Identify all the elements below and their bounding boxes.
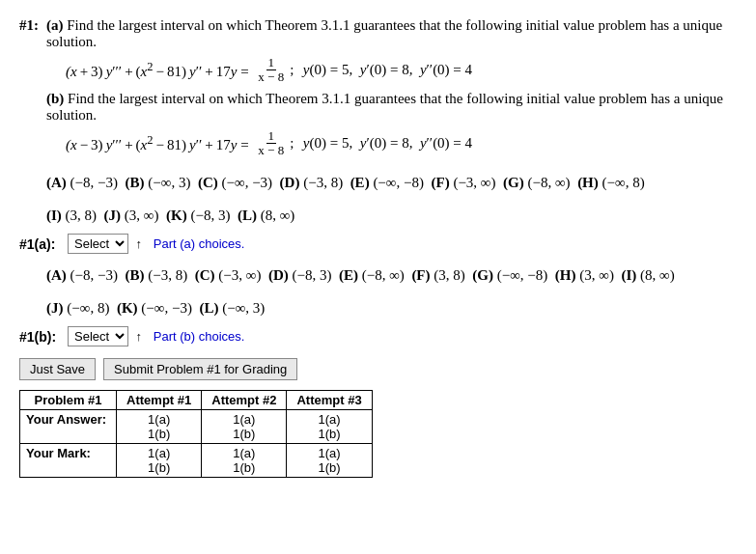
part-a-text: Find the largest interval on which Theor… — [46, 17, 722, 49]
attempt2-mark: 1(a)1(b) — [202, 444, 287, 478]
just-save-button[interactable]: Just Save — [19, 358, 96, 380]
fraction-b: 1 x − 8 — [256, 129, 286, 158]
attempt1-mark: 1(a)1(b) — [117, 444, 202, 478]
fraction-b-num: 1 — [266, 129, 277, 144]
ic-b: y(0) = 5, y′(0) = 8, y′′(0) = 4 — [303, 135, 472, 152]
problem-header: #1: (a) Find the largest interval on whi… — [19, 17, 737, 163]
choices-b-line1: (A) (−8, −3) (B) (−3, 8) (C) (−3, ∞) (D)… — [46, 263, 737, 289]
problem-number: #1: — [19, 17, 46, 34]
select-b[interactable]: Select A B C D E F G H I J K L — [68, 326, 128, 346]
buttons-row: Just Save Submit Problem #1 for Grading — [19, 358, 737, 380]
part-a-choices-link[interactable]: Part (a) choices. — [154, 236, 245, 251]
submit-button[interactable]: Submit Problem #1 for Grading — [103, 358, 297, 380]
fraction-b-den: x − 8 — [256, 144, 286, 157]
arrow-up-a: ↑ — [132, 236, 146, 251]
part-b: (b) Find the largest interval on which T… — [46, 91, 737, 124]
table-col2-header: Attempt #2 — [202, 391, 287, 410]
table-row-mark: Your Mark: 1(a)1(b) 1(a)1(b) 1(a)1(b) — [20, 444, 373, 478]
choices-b-line2: (J) (−∞, 8) (K) (−∞, −3) (L) (−∞, 3) — [46, 296, 737, 321]
attempt1-answer: 1(a)1(b) — [117, 410, 202, 444]
part-b-equation: (x − 3) y′′′ + (x2 − 81) y′′ + 17y = 1 x… — [66, 129, 737, 158]
ic-a: y(0) = 5, y′(0) = 8, y′′(0) = 4 — [303, 62, 472, 78]
select-a[interactable]: Select A B C D E F G H I J K L — [68, 234, 128, 254]
your-answer-label: Your Answer: — [20, 410, 117, 444]
choices-a-line2: (I) (3, 8) (J) (3, ∞) (K) (−8, 3) (L) (8… — [46, 204, 737, 229]
semicolon-b: ; — [290, 135, 301, 152]
part-b-text: Find the largest interval on which Theor… — [46, 91, 723, 123]
eq-b-lhs: (x − 3) y′′′ + (x2 − 81) y′′ + 17y = — [66, 133, 252, 153]
table-col1-header: Attempt #1 — [117, 391, 202, 410]
choices-block-a: (A) (−8, −3) (B) (−∞, 3) (C) (−∞, −3) (D… — [46, 171, 737, 228]
your-mark-label: Your Mark: — [20, 444, 117, 478]
problem-body: (a) Find the largest interval on which T… — [46, 17, 737, 163]
part-b-label: (b) — [46, 91, 64, 106]
part-b-choices-link[interactable]: Part (b) choices. — [154, 329, 245, 344]
part-a-label: (a) — [46, 17, 64, 33]
answer-row-a: #1(a): Select A B C D E F G H I J K L ↑ … — [19, 234, 737, 254]
choices-block-b: (A) (−8, −3) (B) (−3, 8) (C) (−3, ∞) (D)… — [46, 263, 737, 320]
answer-row-b: #1(b): Select A B C D E F G H I J K L ↑ … — [19, 326, 737, 346]
attempt3-answer: 1(a)1(b) — [287, 410, 372, 444]
fraction-a: 1 x − 8 — [256, 56, 286, 85]
attempts-table: Problem #1 Attempt #1 Attempt #2 Attempt… — [19, 390, 373, 478]
choices-a-line1: (A) (−8, −3) (B) (−∞, 3) (C) (−∞, −3) (D… — [46, 171, 737, 196]
fraction-a-num: 1 — [266, 56, 277, 70]
table-col3-header: Attempt #3 — [287, 391, 372, 410]
fraction-a-den: x − 8 — [256, 70, 286, 84]
part-a: (a) Find the largest interval on which T… — [46, 17, 737, 50]
answer-a-label: #1(a): — [19, 236, 68, 252]
answer-b-label: #1(b): — [19, 329, 68, 345]
table-col0-header: Problem #1 — [20, 391, 117, 410]
eq-a-lhs: (x + 3) y′′′ + (x2 − 81) y′′ + 17y = — [66, 60, 252, 80]
table-row-answer: Your Answer: 1(a)1(b) 1(a)1(b) 1(a)1(b) — [20, 410, 373, 444]
arrow-up-b: ↑ — [132, 329, 146, 344]
part-a-equation: (x + 3) y′′′ + (x2 − 81) y′′ + 17y = 1 x… — [66, 56, 737, 85]
semicolon-a: ; — [290, 62, 301, 78]
attempt2-answer: 1(a)1(b) — [202, 410, 287, 444]
attempt3-mark: 1(a)1(b) — [287, 444, 372, 478]
